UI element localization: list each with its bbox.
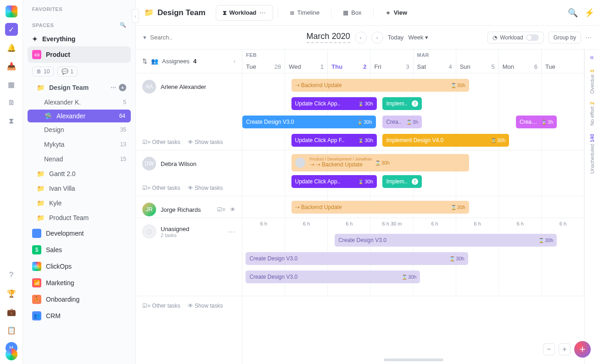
create-fab[interactable]: + [574, 341, 591, 358]
sidebar-folder-item[interactable]: 📁Product Team [23, 210, 135, 225]
sidebar-list-item[interactable]: Alexander K.5 [23, 95, 135, 110]
sidebar-space-product[interactable]: ▭ Product [28, 46, 131, 63]
toolbar-search[interactable]: ▾ [143, 34, 227, 41]
show-tasks-link[interactable]: 👁 Show tasks [188, 185, 223, 191]
task-bar[interactable]: Create..3h [516, 116, 557, 128]
other-tasks-link[interactable]: ☑= Other tasks [142, 303, 180, 309]
chat-pill[interactable]: 💬 1 [57, 66, 78, 77]
everything-icon: ✦ [32, 35, 38, 43]
search-icon[interactable]: 🔍 [568, 8, 578, 18]
app-logo[interactable] [6, 6, 17, 17]
rail-help-icon[interactable]: ? [5, 269, 18, 281]
assignee-name: Jorge Richards [161, 206, 201, 213]
next-button[interactable]: › [371, 32, 383, 44]
toolbar-more-icon[interactable]: ⋯ [586, 34, 592, 41]
breadcrumb[interactable]: 📁 Design Team [144, 8, 206, 17]
search-input[interactable] [150, 34, 227, 41]
sidebar-space-item[interactable]: Development [23, 225, 135, 242]
overdue-tab[interactable]: Overdue3 [589, 70, 595, 94]
folder-more-icon[interactable]: ⋯ [111, 84, 116, 91]
sidebar-space-item[interactable]: ◎ClickOps [23, 258, 135, 275]
sidebar-list-item[interactable]: Mykyta13 [23, 137, 135, 152]
assignee-collapse-icon[interactable]: ‹ [234, 58, 235, 65]
zoom-in-button[interactable]: + [559, 343, 571, 355]
task-bar[interactable]: Create Design V3.030h [246, 270, 420, 283]
space-icon: ◎ [32, 262, 41, 271]
space-icon: $ [32, 245, 41, 254]
rail-avatar-stack[interactable]: M [5, 342, 18, 360]
fab-area: − + + [543, 341, 591, 358]
rail-apps-icon[interactable]: ▦ [5, 78, 18, 91]
spaces-search-icon[interactable]: 🔍 [120, 22, 127, 28]
avatar: AA [142, 80, 156, 94]
task-bar[interactable]: Backend Update30h [291, 201, 469, 214]
task-bar[interactable]: Create Design V3.030h [246, 252, 468, 265]
task-bar[interactable]: Update Click App..30h [291, 175, 377, 188]
group-by-button[interactable]: Group by [549, 32, 581, 44]
sidebar-folder-item[interactable]: 📁Ivan Villa [23, 181, 135, 196]
tab-timeline[interactable]: ≣ Timeline [283, 5, 327, 21]
sidebar-folder-design-team[interactable]: 📁 Design Team ⋯ + [23, 80, 135, 95]
sidebar-folder-item[interactable]: 📁Gantt 2.0 [23, 166, 135, 181]
filter-icon[interactable]: ▾ [143, 34, 146, 41]
task-bar[interactable]: Crea..3h [382, 116, 422, 128]
tab-workload[interactable]: ⧗ Workload ⋯ [216, 5, 273, 21]
zoom-out-button[interactable]: − [543, 343, 555, 355]
rail-bell-icon[interactable]: 🔔 [5, 41, 18, 54]
range-selector[interactable]: Week ▾ [408, 34, 428, 41]
sidebar-space-item[interactable]: $Sales [23, 242, 135, 258]
task-bar[interactable]: Product / Development / Jonathan⇢ Backen… [291, 154, 469, 171]
sidebar-list-item[interactable]: 🛸 Alexander64 [28, 110, 131, 122]
other-tasks-link[interactable]: ☑= Other tasks [142, 139, 180, 145]
task-bar[interactable]: Implem..! [382, 97, 422, 110]
rail-docs-icon[interactable]: 🗎 [5, 96, 18, 109]
docs-pill[interactable]: 🗎 10 [32, 66, 54, 77]
task-bar[interactable]: Update Click App F..30h [291, 134, 377, 147]
add-view-button[interactable]: ＋ View [378, 5, 414, 21]
row-more-icon[interactable]: ⋯ [228, 227, 235, 236]
task-bar[interactable]: Implem..! [382, 175, 422, 188]
inline-show-icon[interactable]: 👁 [230, 206, 235, 213]
sidebar-space-item[interactable]: ⛹Onboarding [23, 291, 135, 308]
assignee-header[interactable]: ⇅ 👥 Assignees 4 ‹ [136, 50, 242, 73]
toggle-switch[interactable] [526, 34, 539, 41]
assignee-sub: 2 tasks [161, 232, 189, 238]
other-tasks-link[interactable]: ☑= Other tasks [142, 185, 180, 191]
sidebar-list-item[interactable]: Nenad15 [23, 152, 135, 166]
month-label[interactable]: March 2020 [307, 32, 350, 43]
sidebar-space-item[interactable]: 👥CRM [23, 308, 135, 324]
today-button[interactable]: Today [388, 34, 404, 41]
rail-clipboard-icon[interactable]: 📋 [5, 324, 18, 336]
sidebar-folder-item[interactable]: 📁Kyle [23, 196, 135, 210]
rail-time-icon[interactable]: ⧗ [5, 115, 18, 127]
task-bar[interactable]: Create Design V3.030h [335, 234, 557, 247]
sidebar-collapse-handle[interactable]: ‹ [132, 9, 139, 23]
sidebar-list-item[interactable]: Design35 [23, 122, 135, 137]
task-bar[interactable]: Update Click App..30h [291, 97, 377, 110]
tab-more-icon[interactable]: ⋯ [259, 9, 266, 17]
horizontal-scrollbar[interactable] [384, 358, 443, 361]
task-bar[interactable]: Create Design V3.030h [242, 116, 376, 128]
tab-box[interactable]: ▦ Box [336, 5, 368, 21]
no-effort-tab[interactable]: No effort2 [589, 102, 595, 126]
show-tasks-link[interactable]: 👁 Show tasks [188, 303, 223, 309]
unscheduled-tab[interactable]: Unscheduled140 [589, 134, 595, 174]
task-bar[interactable]: Implement Design V4.030h [382, 134, 509, 147]
prev-button[interactable]: ‹ [355, 32, 367, 44]
folder-add-icon[interactable]: + [119, 84, 126, 91]
rail-inbox-icon[interactable]: 📥 [5, 60, 18, 72]
sidebar-everything[interactable]: ✦ Everything [23, 32, 135, 46]
rail-trophy-icon[interactable]: 🏆 [5, 287, 18, 300]
rail-home-icon[interactable]: ✓ [5, 23, 18, 36]
show-tasks-link[interactable]: 👁 Show tasks [188, 139, 223, 145]
task-bar[interactable]: Backend Update30h [291, 79, 469, 92]
right-rail-collapse-icon[interactable]: « [590, 53, 594, 61]
rail-work-icon[interactable]: 💼 [5, 305, 18, 318]
sort-icon[interactable]: ⇅ [142, 58, 147, 65]
workload-toggle[interactable]: ◔ Workload [487, 32, 543, 44]
calendar-day-header: FEBTue28 [242, 50, 285, 73]
bolt-icon[interactable]: ⚡ [584, 8, 594, 18]
inline-other-icon[interactable]: ☑= [217, 206, 225, 213]
sidebar-space-item[interactable]: 📶Marketing [23, 275, 135, 291]
right-rail: « Overdue3 No effort2 Unscheduled140 [584, 50, 599, 364]
